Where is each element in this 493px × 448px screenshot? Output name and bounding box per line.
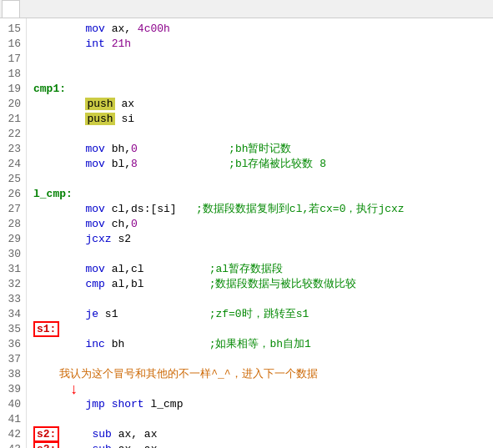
code-line: je s1 ;zf=0时，跳转至s1 bbox=[33, 307, 493, 322]
line-number: 19 bbox=[3, 82, 21, 97]
code-line bbox=[33, 412, 493, 427]
code-line: jmp short l_cmp bbox=[33, 397, 493, 412]
code-line: s2: sub ax, ax bbox=[33, 442, 493, 448]
line-number: 28 bbox=[3, 217, 21, 232]
line-number: 40 bbox=[3, 397, 21, 412]
line-number: 34 bbox=[3, 307, 21, 322]
line-number: 35 bbox=[3, 322, 21, 337]
code-line bbox=[33, 352, 493, 367]
line-number: 17 bbox=[3, 52, 21, 67]
code-line: push si bbox=[33, 112, 493, 127]
line-number: 26 bbox=[3, 187, 21, 202]
line-number: 30 bbox=[3, 247, 21, 262]
code-line: mov ax, 4c00h bbox=[33, 22, 493, 37]
code-line bbox=[33, 52, 493, 67]
code-line: cmp al,bl ;数据段数据与被比较数做比较 bbox=[33, 277, 493, 292]
code-line: mov cl,ds:[si] ;数据段数据复制到cl,若cx=0，执行jcxz bbox=[33, 202, 493, 217]
line-number: 32 bbox=[3, 277, 21, 292]
line-numbers: 1516171819202122232425262728293031323334… bbox=[0, 18, 27, 448]
line-number: 41 bbox=[3, 412, 21, 427]
code-line: 我认为这个冒号和其他的不一样^_^，进入下一个数据 bbox=[33, 367, 493, 382]
line-number: 37 bbox=[3, 352, 21, 367]
line-number: 38 bbox=[3, 367, 21, 382]
line-number: 21 bbox=[3, 112, 21, 127]
code-line: mov al,cl ;al暂存数据段 bbox=[33, 262, 493, 277]
line-number: 15 bbox=[3, 22, 21, 37]
code-line: mov bl,8 ;bl存储被比较数 8 bbox=[33, 157, 493, 172]
line-number: 24 bbox=[3, 157, 21, 172]
line-number: 16 bbox=[3, 37, 21, 52]
code-line: mov ch,0 bbox=[33, 217, 493, 232]
code-line: l_cmp: bbox=[33, 187, 493, 202]
line-number: 33 bbox=[3, 292, 21, 307]
code-line: s2: sub ax, ax bbox=[33, 427, 493, 442]
code-line bbox=[33, 67, 493, 82]
code-line: inc bh ;如果相等，bh自加1 bbox=[33, 337, 493, 352]
line-number: 27 bbox=[3, 202, 21, 217]
line-number: 25 bbox=[3, 172, 21, 187]
line-number: 29 bbox=[3, 232, 21, 247]
line-number: 36 bbox=[3, 337, 21, 352]
line-number: 22 bbox=[3, 127, 21, 142]
code-line: push ax bbox=[33, 97, 493, 112]
line-number: 23 bbox=[3, 142, 21, 157]
code-line: mov bh,0 ;bh暂时记数 bbox=[33, 142, 493, 157]
file-tab[interactable] bbox=[2, 0, 20, 18]
code-line: int 21h bbox=[33, 37, 493, 52]
line-number: 31 bbox=[3, 262, 21, 277]
line-number: 20 bbox=[3, 97, 21, 112]
line-number: 39 bbox=[3, 382, 21, 397]
line-number: 43 bbox=[3, 442, 21, 448]
code-line: s1: bbox=[33, 322, 493, 337]
code-line: ↓ bbox=[33, 382, 493, 397]
tab-bar bbox=[0, 0, 493, 18]
code-line bbox=[33, 172, 493, 187]
code-line bbox=[33, 127, 493, 142]
editor-container: 1516171819202122232425262728293031323334… bbox=[0, 18, 493, 448]
line-number: 18 bbox=[3, 67, 21, 82]
line-number: 42 bbox=[3, 427, 21, 442]
code-line: cmp1: bbox=[33, 82, 493, 97]
code-area[interactable]: mov ax, 4c00h int 21h cmp1: push ax push… bbox=[27, 18, 493, 448]
code-line bbox=[33, 247, 493, 262]
code-line bbox=[33, 292, 493, 307]
code-line: jcxz s2 bbox=[33, 232, 493, 247]
